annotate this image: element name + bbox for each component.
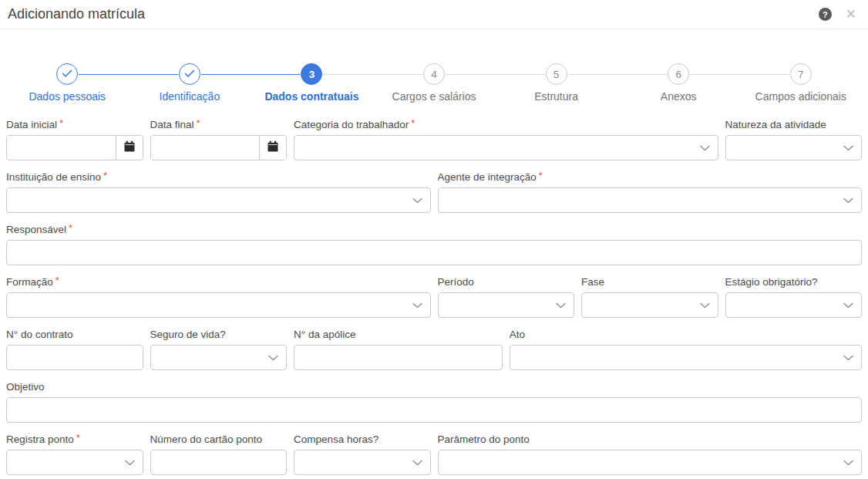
fase-select[interactable] (581, 292, 718, 318)
calendar-icon (123, 140, 136, 156)
data-final-calendar-button[interactable] (259, 136, 286, 160)
numero-cartao-ponto-input[interactable] (150, 450, 288, 475)
stepper-step-identificacao[interactable]: Identificação (129, 63, 251, 103)
step-circle (179, 63, 200, 85)
step-circle (56, 63, 78, 85)
numero-apolice-input[interactable] (294, 345, 503, 370)
data-inicial-input[interactable] (7, 136, 116, 160)
step-label: Dados contratuais (264, 90, 358, 103)
compensa-horas-field: Compensa horas? (294, 433, 431, 475)
field-label: Categoria do trabalhador* (294, 118, 718, 131)
responsavel-input[interactable] (6, 240, 862, 265)
stepper-step-dados-pessoais[interactable]: Dados pessoais (6, 63, 129, 103)
stepper-step-estrutura[interactable]: 5 Estrutura (495, 63, 617, 103)
field-label: Instituição de ensino* (6, 170, 431, 184)
required-asterisk: * (56, 275, 59, 286)
compensa-horas-select[interactable] (294, 450, 431, 475)
help-button[interactable]: ? (819, 8, 832, 21)
numero-cartao-ponto-field: Número do cartão ponto (150, 433, 288, 475)
form-grid: Data inicial* Data final* Categoria do t… (6, 118, 862, 475)
required-asterisk: * (76, 433, 80, 444)
step-circle: 6 (668, 63, 689, 85)
field-label: Formação* (6, 275, 431, 288)
numero-apolice-field: N° da apólice (294, 328, 503, 370)
field-label: N° da apólice (294, 328, 503, 341)
instituicao-ensino-field: Instituição de ensino* (6, 170, 431, 213)
field-label: Data inicial* (6, 118, 143, 131)
wizard-stepper: Dados pessoais Identificação 3 Dados con… (6, 63, 862, 103)
periodo-select[interactable] (438, 292, 575, 318)
stepper-step-anexos[interactable]: 6 Anexos (617, 63, 740, 103)
stepper-step-campos-adicionais[interactable]: 7 Campos adicionais (739, 63, 862, 103)
field-label: Seguro de vida? (150, 328, 288, 341)
estagio-obrigatorio-select[interactable] (725, 292, 863, 318)
field-label: Responsável* (6, 223, 862, 236)
field-label: Estágio obrigatório? (725, 275, 863, 288)
numero-contrato-input[interactable] (6, 345, 143, 370)
data-inicial-calendar-button[interactable] (116, 136, 143, 160)
step-label: Anexos (661, 90, 697, 103)
fase-field: Fase (581, 275, 718, 318)
field-label: Ato (510, 328, 862, 341)
question-icon: ? (823, 10, 828, 19)
check-icon (62, 69, 72, 80)
modal-header: Adicionando matrícula ? ✕ (0, 0, 868, 29)
required-asterisk: * (103, 170, 107, 181)
responsavel-field: Responsável* (6, 223, 862, 265)
page-title: Adicionando matrícula (8, 6, 819, 22)
step-number: 5 (553, 69, 560, 80)
categoria-trabalhador-field: Categoria do trabalhador* (294, 118, 718, 160)
required-asterisk: * (539, 170, 543, 181)
data-final-input[interactable] (151, 136, 260, 160)
registra-ponto-select[interactable] (6, 450, 143, 475)
natureza-atividade-select[interactable] (725, 135, 863, 160)
ato-select[interactable] (510, 345, 862, 370)
field-label: Fase (581, 275, 718, 288)
formacao-field: Formação* (6, 275, 431, 318)
field-label: Agente de integração* (438, 170, 863, 184)
step-label: Identificação (160, 90, 220, 103)
objetivo-field: Objetivo (6, 380, 862, 423)
step-label: Estrutura (534, 90, 578, 103)
parametro-ponto-field: Parâmetro do ponto (438, 433, 863, 475)
data-final-field: Data final* (150, 118, 288, 160)
step-number: 3 (309, 69, 315, 80)
required-asterisk: * (59, 118, 63, 129)
formacao-select[interactable] (6, 292, 431, 318)
field-label: Parâmetro do ponto (438, 433, 863, 446)
field-label: Objetivo (6, 380, 862, 393)
step-circle: 7 (790, 63, 812, 85)
step-label: Dados pessoais (29, 90, 106, 103)
data-final-input-group (150, 135, 288, 160)
step-label: Cargos e salários (392, 90, 476, 103)
agente-integracao-select[interactable] (438, 187, 863, 213)
field-label: Data final* (150, 118, 288, 131)
required-asterisk: * (411, 118, 415, 129)
step-number: 6 (675, 69, 681, 80)
objetivo-input[interactable] (6, 397, 862, 423)
field-label: Compensa horas? (294, 433, 431, 446)
calendar-icon (267, 140, 279, 156)
field-label: Número do cartão ponto (150, 433, 288, 446)
step-number: 4 (431, 69, 437, 80)
seguro-vida-select[interactable] (150, 345, 288, 370)
seguro-vida-field: Seguro de vida? (150, 328, 288, 370)
ato-field: Ato (510, 328, 862, 370)
data-inicial-input-group (6, 135, 143, 160)
step-label: Campos adicionais (755, 90, 846, 103)
agente-integracao-field: Agente de integração* (438, 170, 863, 213)
registra-ponto-field: Registra ponto* (6, 433, 143, 475)
step-number: 7 (798, 69, 804, 80)
stepper-step-cargos-e-salarios[interactable]: 4 Cargos e salários (373, 63, 496, 103)
stepper-step-dados-contratuais[interactable]: 3 Dados contratuais (251, 63, 373, 103)
close-button[interactable]: ✕ (846, 8, 856, 21)
categoria-trabalhador-select[interactable] (294, 135, 718, 160)
instituicao-ensino-select[interactable] (6, 187, 431, 213)
parametro-ponto-select[interactable] (438, 450, 863, 475)
data-inicial-field: Data inicial* (6, 118, 143, 160)
step-circle: 5 (546, 63, 567, 85)
check-icon (184, 69, 195, 80)
natureza-atividade-field: Natureza da atividade (725, 118, 863, 160)
close-icon: ✕ (846, 7, 856, 22)
field-label: Natureza da atividade (725, 118, 863, 131)
